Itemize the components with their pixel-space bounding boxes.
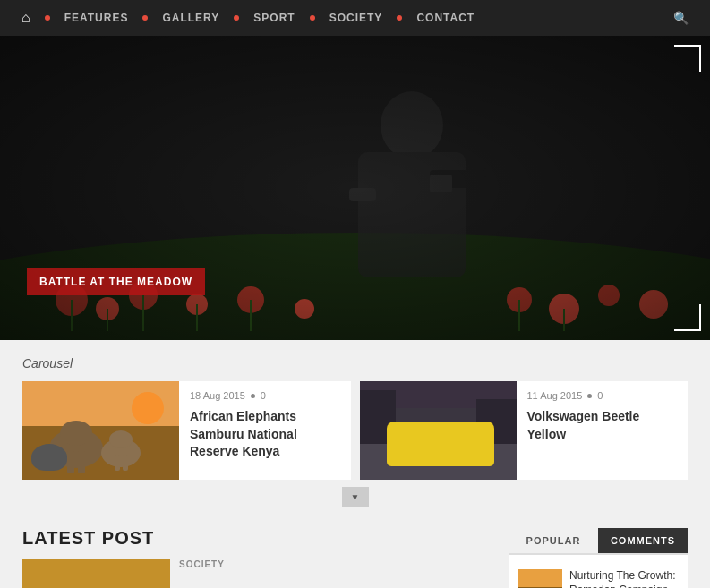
carousel-meta-1: 18 Aug 2015 0 African Elephants Samburu … — [179, 381, 351, 480]
svg-point-31 — [60, 421, 92, 446]
sidebar-thumb-image — [518, 569, 562, 588]
hero-corner-top-right — [674, 45, 701, 72]
hero-corner-bottom-right — [674, 304, 701, 331]
svg-rect-37 — [123, 455, 128, 471]
carousel-comments-2: 0 — [597, 390, 603, 401]
svg-rect-33 — [78, 451, 85, 473]
carousel-thumb-1 — [22, 381, 179, 480]
svg-rect-54 — [518, 569, 562, 587]
nav-separator-1 — [45, 15, 50, 21]
vw-image — [360, 381, 517, 480]
nav-item-society[interactable]: SOCIETY — [317, 0, 396, 36]
latest-post-meta: SOCIETY — [179, 559, 491, 588]
svg-point-44 — [391, 422, 490, 462]
nav-separator-4 — [310, 15, 315, 21]
latest-post-item: SOCIETY — [22, 559, 491, 588]
nav-item-sport[interactable]: SPORT — [241, 0, 307, 36]
search-button[interactable]: 🔍 — [661, 0, 701, 36]
carousel-headline-1[interactable]: African Elephants Samburu National Reser… — [190, 408, 340, 461]
carousel-dot-2 — [587, 394, 592, 398]
svg-point-47 — [455, 440, 476, 462]
svg-rect-49 — [427, 446, 454, 453]
svg-rect-51 — [22, 559, 170, 588]
svg-point-46 — [408, 446, 419, 456]
carousel-date-1: 18 Aug 2015 — [190, 390, 245, 401]
nav-home-button[interactable]: ⌂ — [9, 0, 43, 36]
svg-point-48 — [460, 446, 471, 456]
elephant-image — [22, 381, 179, 480]
hero-caption: BATTLE AT THE MEADOW — [27, 268, 205, 295]
sidebar-post-title[interactable]: Nurturing The Growth: Ramadan Campaign — [569, 569, 679, 588]
sidebar-post-thumb — [518, 569, 562, 588]
tab-comments[interactable]: COMMENTS — [598, 528, 688, 553]
latest-post-section: LATEST POST SOCIETY — [22, 528, 491, 588]
carousel-date-row-2: 11 Aug 2015 0 — [527, 390, 678, 401]
home-icon: ⌂ — [21, 10, 30, 26]
svg-point-38 — [132, 392, 164, 424]
svg-rect-43 — [476, 399, 517, 444]
svg-rect-32 — [67, 451, 74, 473]
nav-item-contact[interactable]: CONTACT — [404, 0, 487, 36]
carousel-item-1: 18 Aug 2015 0 African Elephants Samburu … — [22, 381, 351, 480]
search-icon: 🔍 — [673, 11, 689, 25]
sidebar-content: Nurturing The Growth: Ramadan Campaign — [509, 555, 688, 588]
carousel-item-2: 11 Aug 2015 0 Volkswagen Beetle Yellow — [360, 381, 689, 480]
nav-item-gallery[interactable]: GALLERY — [150, 0, 232, 36]
main-content: Carousel — [0, 340, 710, 588]
carousel-date-row-1: 18 Aug 2015 0 — [190, 390, 340, 401]
sidebar-tabs: POPULAR COMMENTS — [509, 528, 688, 555]
carousel-nav: ▼ — [22, 480, 688, 510]
carousel-items: 18 Aug 2015 0 African Elephants Samburu … — [22, 381, 688, 480]
svg-point-35 — [109, 430, 133, 448]
carousel-dot-1 — [251, 394, 255, 398]
svg-rect-42 — [360, 390, 396, 444]
bottom-section: LATEST POST SOCIETY POPULAR COMMENTS — [22, 519, 688, 588]
nav-item-features[interactable]: FEATURES — [52, 0, 141, 36]
nav-separator-5 — [397, 15, 402, 21]
sidebar: POPULAR COMMENTS Nurturing The Growth: R… — [509, 528, 688, 588]
tab-popular[interactable]: POPULAR — [509, 528, 598, 553]
svg-rect-36 — [115, 455, 120, 471]
carousel-headline-2[interactable]: Volkswagen Beetle Yellow — [527, 408, 678, 443]
nav-separator-3 — [234, 15, 239, 21]
nav-separator-2 — [142, 15, 148, 21]
carousel-section: Carousel — [22, 340, 688, 519]
latest-post-category: SOCIETY — [179, 559, 491, 569]
carousel-comments-1: 0 — [261, 390, 266, 401]
carousel-meta-2: 11 Aug 2015 0 Volkswagen Beetle Yellow — [517, 381, 689, 480]
latest-post-thumb — [22, 559, 170, 588]
latest-post-title: LATEST POST — [22, 528, 491, 549]
carousel-thumb-2 — [360, 381, 517, 480]
carousel-title: Carousel — [22, 356, 688, 371]
sidebar-post-item: Nurturing The Growth: Ramadan Campaign — [518, 564, 679, 588]
carousel-nav-down-button[interactable]: ▼ — [342, 487, 369, 507]
hero-section: BATTLE AT THE MEADOW — [0, 36, 710, 340]
latest-thumb-image — [22, 559, 170, 588]
carousel-date-2: 11 Aug 2015 — [527, 390, 583, 401]
navbar: ⌂ FEATURES GALLERY SPORT SOCIETY CONTACT… — [0, 0, 710, 36]
svg-point-45 — [403, 440, 424, 462]
